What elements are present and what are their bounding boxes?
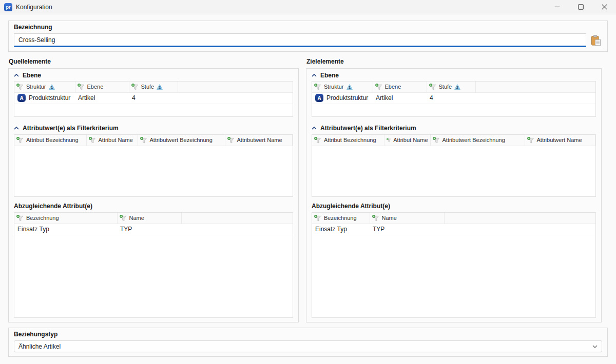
section-label: Attributwert(e) als Filterkriterium [23, 125, 119, 132]
target-ebene-section-header[interactable]: Ebene [312, 70, 596, 80]
target-attributes-header: Abzugleichende Attribut(e) [312, 201, 596, 211]
column-header-ebene[interactable]: Ebene [75, 82, 129, 92]
filter-icon[interactable] [16, 215, 24, 221]
target-filter-grid: Attribut Bezeichnung Attribut Name Attri… [312, 134, 596, 197]
beziehungstyp-dropdown[interactable]: Ähnliche Artikel [14, 340, 602, 352]
column-header-bezeichnung[interactable]: Bezeichnung [312, 213, 370, 224]
column-header-filler [444, 213, 595, 224]
zielelemente-panel: Ebene Struktur 1 [306, 68, 602, 322]
column-header-name[interactable]: Name [370, 213, 444, 224]
minimize-icon [554, 4, 560, 10]
column-header-attributwert-bezeichnung[interactable]: Attributwert Bezeichnung [430, 135, 525, 146]
filter-icon[interactable] [16, 137, 24, 144]
column-header-attribut-bezeichnung[interactable]: Attribut Bezeichnung [312, 135, 384, 146]
source-filter-section-header[interactable]: Attributwert(e) als Filterkriterium [14, 123, 293, 133]
collapse-chevron-up-icon[interactable] [14, 127, 19, 130]
bezeichnung-label: Bezeichnung [14, 24, 602, 31]
column-header-attribut-name[interactable]: Attribut Name [86, 135, 138, 146]
filter-icon[interactable] [433, 137, 440, 144]
artikel-badge-icon: A [17, 94, 26, 102]
filter-icon[interactable] [16, 84, 24, 90]
zielelemente-title: Zielelemente [306, 58, 602, 66]
section-label: Attributwert(e) als Filterkriterium [320, 125, 416, 132]
filter-icon[interactable] [140, 137, 147, 144]
close-icon [602, 4, 607, 10]
filter-icon[interactable] [78, 84, 85, 90]
filter-icon[interactable] [387, 137, 391, 144]
table-row[interactable]: Einsatz Typ TYP [14, 224, 293, 235]
column-header-filler [181, 213, 293, 224]
section-label: Ebene [320, 72, 339, 79]
filter-icon[interactable] [375, 84, 382, 90]
filter-icon[interactable] [429, 84, 436, 90]
paste-button[interactable] [589, 34, 602, 47]
column-header-attributwert-name[interactable]: Attributwert Name [525, 135, 595, 146]
beziehungstyp-groupbox: Beziehungstyp Ähnliche Artikel [8, 328, 608, 357]
bezeichnung-input[interactable]: Cross-Selling [14, 33, 586, 47]
artikel-badge-icon: A [315, 94, 323, 102]
svg-text:1: 1 [348, 85, 351, 90]
table-row[interactable]: A Produktstruktur Artikel 4 [14, 92, 293, 104]
column-header-attributwert-name[interactable]: Attributwert Name [225, 135, 293, 146]
dropdown-selected-value: Ähnliche Artikel [18, 343, 61, 350]
svg-text:1: 1 [50, 85, 53, 90]
collapse-chevron-up-icon[interactable] [312, 127, 317, 130]
column-header-stufe[interactable]: Stufe 2 [129, 82, 178, 92]
svg-text:2: 2 [456, 85, 459, 90]
quellelemente-panel: Ebene Struktur 1 [8, 68, 299, 322]
column-header-filler [475, 82, 595, 92]
svg-text:2: 2 [159, 85, 161, 90]
sort-ascending-icon: 2 [454, 84, 460, 90]
target-attributes-grid: Bezeichnung Name Einsatz Typ TYP [312, 212, 596, 318]
paste-clipboard-icon [591, 35, 601, 46]
source-attributes-grid: Bezeichnung Name Einsatz Typ TYP [14, 212, 293, 318]
column-header-attribut-name[interactable]: Attribut Name [384, 135, 430, 146]
maximize-icon [578, 4, 584, 10]
target-ebene-grid: Struktur 1 Ebene Stufe 2 [312, 81, 596, 117]
maximize-button[interactable] [569, 0, 592, 14]
column-header-attribut-bezeichnung[interactable]: Attribut Bezeichnung [14, 135, 86, 146]
sort-ascending-icon: 1 [346, 84, 353, 90]
beziehungstyp-label: Beziehungstyp [14, 331, 602, 338]
column-header-struktur[interactable]: Struktur 1 [312, 82, 373, 92]
filter-icon[interactable] [131, 84, 139, 90]
column-header-ebene[interactable]: Ebene [373, 82, 427, 92]
sort-ascending-icon: 2 [157, 84, 163, 90]
filter-icon[interactable] [120, 215, 127, 221]
source-ebene-grid: Struktur 1 Ebene Stufe 2 [14, 81, 293, 117]
filter-icon[interactable] [314, 215, 321, 221]
title-bar[interactable]: pr Konfiguration [0, 0, 616, 14]
minimize-button[interactable] [545, 0, 569, 14]
source-filter-grid: Attribut Bezeichnung Attribut Name Attri… [14, 134, 293, 197]
collapse-chevron-up-icon[interactable] [312, 74, 317, 77]
filter-icon[interactable] [89, 137, 96, 144]
app-logo-icon: pr [4, 3, 12, 11]
window-title: Konfiguration [16, 4, 52, 11]
collapse-chevron-up-icon[interactable] [14, 74, 19, 77]
target-filter-section-header[interactable]: Attributwert(e) als Filterkriterium [312, 123, 596, 133]
column-header-filler [178, 82, 293, 92]
quellelemente-title: Quellelemente [9, 58, 299, 66]
filter-icon[interactable] [527, 137, 534, 144]
filter-icon[interactable] [314, 137, 321, 144]
source-ebene-section-header[interactable]: Ebene [14, 70, 293, 80]
column-header-name[interactable]: Name [117, 213, 181, 224]
table-row[interactable]: Einsatz Typ TYP [312, 224, 595, 235]
source-attributes-header: Abzugleichende Attribut(e) [14, 201, 293, 211]
column-header-stufe[interactable]: Stufe 2 [427, 82, 475, 92]
close-button[interactable] [592, 0, 616, 14]
sort-ascending-icon: 1 [49, 84, 55, 90]
column-header-bezeichnung[interactable]: Bezeichnung [14, 213, 117, 224]
bezeichnung-groupbox: Bezeichnung Cross-Selling [8, 21, 608, 52]
column-header-struktur[interactable]: Struktur 1 [14, 82, 75, 92]
filter-icon[interactable] [372, 215, 379, 221]
column-header-attributwert-bezeichnung[interactable]: Attributwert Bezeichnung [138, 135, 225, 146]
table-row[interactable]: A Produktstruktur Artikel 4 [312, 92, 595, 104]
chevron-down-icon [592, 345, 598, 348]
section-label: Ebene [23, 72, 41, 79]
filter-icon[interactable] [314, 84, 321, 90]
filter-icon[interactable] [227, 137, 235, 144]
